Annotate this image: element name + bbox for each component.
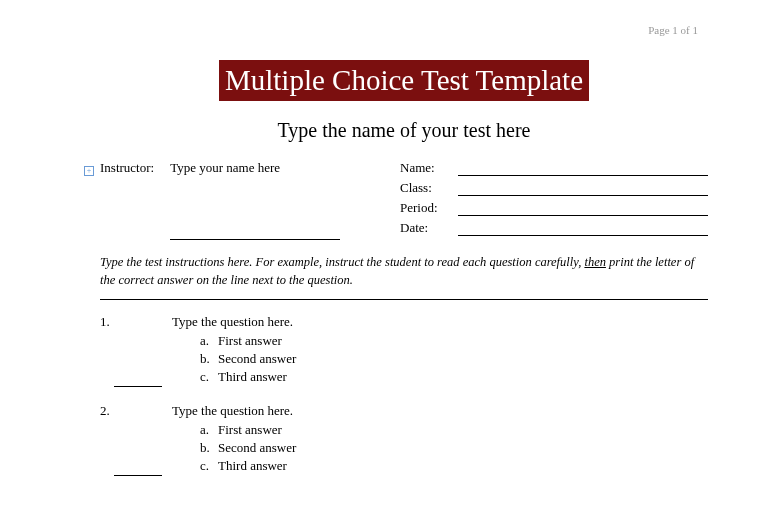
answer-letter: a. xyxy=(200,333,218,349)
field-class: Class: xyxy=(400,180,708,196)
question-number: 2. xyxy=(100,403,114,476)
question-2[interactable]: 2. Type the question here. a.First answe… xyxy=(100,403,708,476)
answer-text: Second answer xyxy=(218,440,296,455)
instructions-text[interactable]: Type the test instructions here. For exa… xyxy=(100,254,708,289)
page-number: Page 1 of 1 xyxy=(648,24,698,36)
student-fields: Name: Class: Period: Date: xyxy=(400,160,708,240)
answer-letter: a. xyxy=(200,422,218,438)
answer-text: Second answer xyxy=(218,351,296,366)
answer-b[interactable]: b.Second answer xyxy=(200,351,296,367)
instructor-name-field[interactable]: Type your name here xyxy=(170,160,340,240)
class-input-line[interactable] xyxy=(458,180,708,196)
answer-blank[interactable] xyxy=(114,403,162,476)
answer-c[interactable]: c.Third answer xyxy=(200,369,296,385)
answer-text: First answer xyxy=(218,333,282,348)
name-input-line[interactable] xyxy=(458,160,708,176)
answer-text: Third answer xyxy=(218,369,287,384)
period-input-line[interactable] xyxy=(458,200,708,216)
answer-b[interactable]: b.Second answer xyxy=(200,440,296,456)
answer-text: Third answer xyxy=(218,458,287,473)
info-row: Instructor: Type your name here Name: Cl… xyxy=(100,160,708,240)
answer-a[interactable]: a.First answer xyxy=(200,422,296,438)
instructor-label: Instructor: xyxy=(100,160,154,240)
field-label: Class: xyxy=(400,180,450,196)
answer-a[interactable]: a.First answer xyxy=(200,333,296,349)
answer-letter: b. xyxy=(200,351,218,367)
field-label: Name: xyxy=(400,160,450,176)
answer-letter: c. xyxy=(200,369,218,385)
date-input-line[interactable] xyxy=(458,220,708,236)
section-divider xyxy=(100,299,708,300)
question-text[interactable]: Type the question here. xyxy=(172,314,296,330)
answer-text: First answer xyxy=(218,422,282,437)
field-period: Period: xyxy=(400,200,708,216)
instructions-then: then xyxy=(584,255,606,269)
instructor-block: Instructor: Type your name here xyxy=(100,160,380,240)
instructions-pre: Type the test instructions here. For exa… xyxy=(100,255,584,269)
test-name-placeholder[interactable]: Type the name of your test here xyxy=(100,119,708,142)
field-date: Date: xyxy=(400,220,708,236)
answer-blank[interactable] xyxy=(114,314,162,387)
document-title[interactable]: Multiple Choice Test Template xyxy=(219,60,589,101)
question-text[interactable]: Type the question here. xyxy=(172,403,296,419)
answers-list: a.First answer b.Second answer c.Third a… xyxy=(172,333,296,385)
question-1[interactable]: 1. Type the question here. a.First answe… xyxy=(100,314,708,387)
table-anchor-icon[interactable]: + xyxy=(84,166,94,176)
answer-letter: c. xyxy=(200,458,218,474)
field-label: Period: xyxy=(400,200,450,216)
question-number: 1. xyxy=(100,314,114,387)
answers-list: a.First answer b.Second answer c.Third a… xyxy=(172,422,296,474)
field-name: Name: xyxy=(400,160,708,176)
field-label: Date: xyxy=(400,220,450,236)
answer-letter: b. xyxy=(200,440,218,456)
answer-c[interactable]: c.Third answer xyxy=(200,458,296,474)
